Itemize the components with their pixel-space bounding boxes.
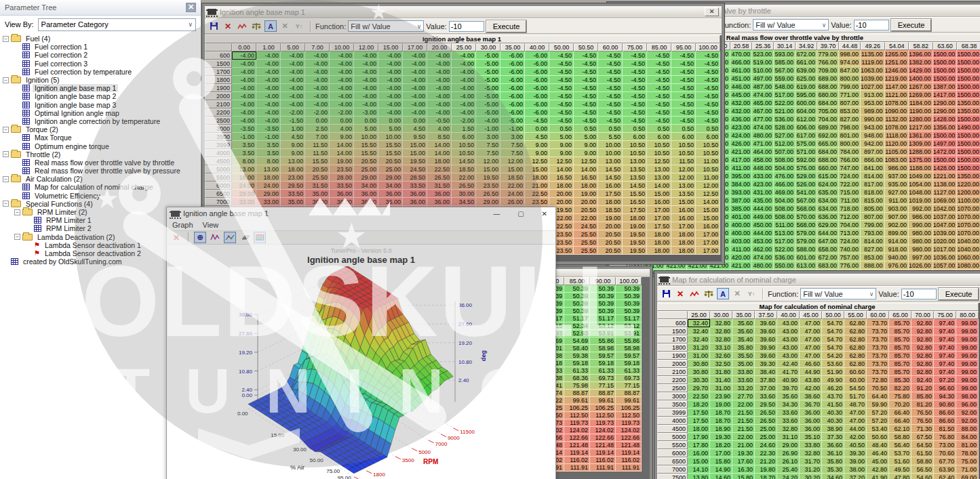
map-cell[interactable]: -4.50 <box>525 117 549 125</box>
row-header[interactable]: 7000 <box>657 465 688 474</box>
map-cell[interactable]: 461.00 <box>730 66 752 75</box>
map-cell[interactable]: 53.12 <box>590 322 616 330</box>
map-cell[interactable]: 800.00 <box>839 140 861 148</box>
map-cell[interactable]: 24.60 <box>755 441 777 449</box>
map-cell[interactable]: -4.00 <box>232 117 256 125</box>
map-cell[interactable]: -4.00 <box>378 68 403 76</box>
map-cell[interactable]: 10.50 <box>647 141 671 149</box>
map-cell[interactable]: -5.00 <box>476 68 501 76</box>
map-cell[interactable]: 73.00 <box>934 441 956 449</box>
map-cell[interactable]: 54.20 <box>822 352 844 360</box>
map-cell[interactable]: -4.50 <box>623 92 647 100</box>
map-cell[interactable]: 34.30 <box>777 400 800 409</box>
map-cell[interactable]: 423.00 <box>752 180 774 188</box>
map-cell[interactable]: 94.30 <box>934 392 956 400</box>
map-cell[interactable]: 1251.00 <box>885 58 909 66</box>
map-cell[interactable]: 680.00 <box>817 91 839 99</box>
map-cell[interactable]: 47.00 <box>800 327 822 335</box>
map-cell[interactable]: -4.00 <box>256 51 281 60</box>
map-cell[interactable]: 59.90 <box>867 400 889 409</box>
map-cell[interactable]: 99.00 <box>956 352 979 360</box>
execute-button[interactable]: Execute <box>891 19 932 31</box>
map-cell[interactable]: 1054.00 <box>909 180 933 188</box>
map-cell[interactable]: 595.00 <box>796 91 817 99</box>
map-cell[interactable]: 38.40 <box>755 368 777 376</box>
map-cell[interactable]: 119.73 <box>564 419 590 427</box>
map-cell[interactable]: 22.50 <box>427 165 452 173</box>
map-cell[interactable]: 14.00 <box>330 141 354 149</box>
map-cell[interactable]: 35.00 <box>732 360 755 368</box>
map-cell[interactable]: 47.00 <box>800 343 822 352</box>
map-cell[interactable]: 519.00 <box>752 58 774 66</box>
map-cell[interactable]: 18.00 <box>256 173 281 182</box>
map-cell[interactable]: 517.00 <box>774 91 796 99</box>
map-cell[interactable]: 51.60 <box>889 457 912 465</box>
row-header[interactable]: 7500 <box>657 474 688 479</box>
map-cell[interactable]: 31.50 <box>427 182 452 190</box>
map-cell[interactable]: 92.00 <box>956 417 979 425</box>
map-cell[interactable]: 58.98 <box>616 345 642 352</box>
map-cell[interactable]: -4.00 <box>354 84 378 92</box>
map-cell[interactable]: 15.00 <box>688 457 710 465</box>
map-cell[interactable]: 1497.00 <box>933 140 958 148</box>
row-header[interactable]: 600 <box>205 51 232 60</box>
map-cell[interactable]: 33.00 <box>256 198 281 206</box>
map-cell[interactable]: 15.50 <box>623 190 647 198</box>
map-cell[interactable]: 98.00 <box>956 392 979 400</box>
map-cell[interactable]: 62.80 <box>844 360 867 368</box>
map-cell[interactable]: 86.60 <box>934 409 956 417</box>
map-cell[interactable]: 29.50 <box>755 400 777 409</box>
column-header[interactable]: 7.00 <box>305 43 330 51</box>
map-cell[interactable]: 1118.00 <box>885 131 909 140</box>
map-cell[interactable]: -4.50 <box>647 68 671 76</box>
map-cell[interactable]: 116.02 <box>590 457 616 464</box>
map-cell[interactable]: 629.00 <box>817 221 839 229</box>
map-cell[interactable]: 897.00 <box>861 148 885 156</box>
map-cell[interactable]: 798.00 <box>839 123 861 131</box>
map-cell[interactable]: 10.50 <box>647 149 671 157</box>
map-cell[interactable]: 36.00 <box>800 409 822 417</box>
map-cell[interactable]: 449.00 <box>752 213 774 221</box>
map-cell[interactable]: 43.00 <box>777 319 800 327</box>
map-cell[interactable]: 606.00 <box>796 123 817 131</box>
row-header[interactable]: 2000 <box>205 92 232 100</box>
map-cell[interactable]: 1217.00 <box>909 123 933 131</box>
map-cell[interactable]: 18.70 <box>710 409 732 417</box>
map-cell[interactable]: 1069.00 <box>933 196 958 205</box>
map-cell[interactable]: 684.00 <box>817 99 839 107</box>
map-cell[interactable]: 50.39 <box>590 293 616 300</box>
map-cell[interactable]: 16.50 <box>623 198 647 206</box>
map-cell[interactable]: 36.00 <box>403 190 427 198</box>
tree-item[interactable]: Ignition angle base map 3 <box>3 101 201 109</box>
map-cell[interactable]: 22.50 <box>525 190 549 198</box>
map-cell[interactable]: 36.00 <box>378 198 403 206</box>
map-cell[interactable]: -6.00 <box>525 108 549 117</box>
map-cell[interactable]: 35.60 <box>732 327 755 335</box>
map-cell[interactable]: 12.50 <box>549 157 574 165</box>
column-header[interactable]: 68.38 <box>957 42 980 50</box>
map-cell[interactable]: 471.00 <box>752 140 774 148</box>
map-cell[interactable]: 19.00 <box>574 190 598 198</box>
map-cell[interactable]: 88.87 <box>590 390 616 397</box>
map-cell[interactable]: 593.00 <box>774 50 796 58</box>
map-cell[interactable]: 1350.00 <box>957 172 980 180</box>
map-cell[interactable]: 39.60 <box>755 327 777 335</box>
map-cell[interactable]: 14.00 <box>647 182 671 190</box>
map-cell[interactable]: 21.50 <box>732 425 755 433</box>
map-cell[interactable]: 46.40 <box>867 449 889 457</box>
map-cell[interactable]: 1246.00 <box>885 66 909 75</box>
map-cell[interactable]: 54.70 <box>822 327 844 335</box>
map-cell[interactable]: -4.50 <box>549 100 574 108</box>
map-cell[interactable]: 541.00 <box>796 188 817 196</box>
map-cell[interactable]: 35.30 <box>822 465 844 474</box>
map-cell[interactable]: 12.00 <box>501 157 525 165</box>
map-cell[interactable]: 16.50 <box>549 173 574 182</box>
map-cell[interactable]: 33.60 <box>777 417 800 425</box>
map-cell[interactable]: 801.00 <box>839 131 861 140</box>
x-axis-icon[interactable]: ✕ <box>731 288 743 299</box>
map-cell[interactable]: 36.00 <box>330 190 354 198</box>
map-cell[interactable]: 19.30 <box>710 433 732 441</box>
map-cell[interactable]: 1020.00 <box>933 237 958 245</box>
x-axis-icon[interactable]: ✕ <box>279 20 291 32</box>
map-cell[interactable]: -4.00 <box>281 51 305 60</box>
